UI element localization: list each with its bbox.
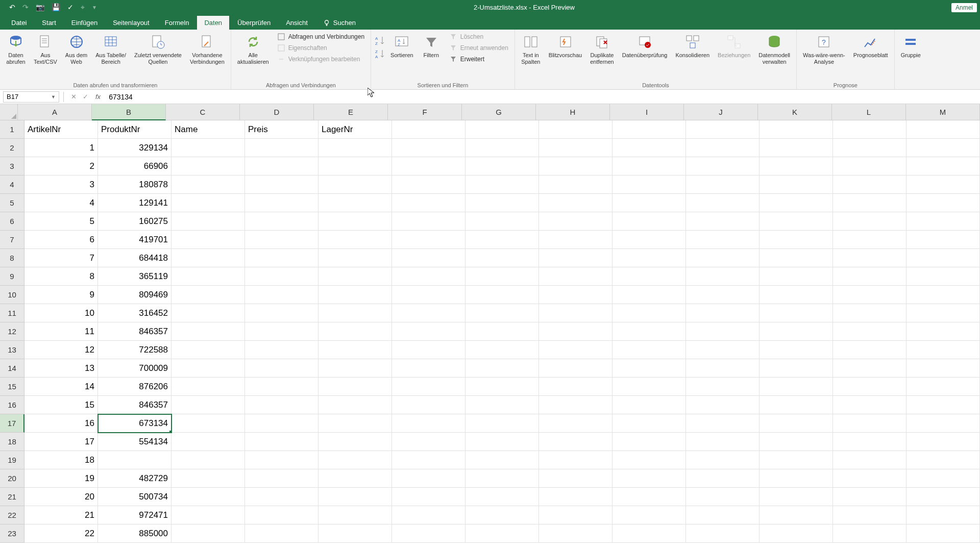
row-header[interactable]: 1 — [0, 120, 24, 139]
cell[interactable] — [906, 524, 980, 543]
cell[interactable] — [686, 304, 760, 322]
cell[interactable]: 160275 — [98, 212, 172, 231]
cell[interactable] — [760, 469, 833, 488]
cell[interactable] — [392, 506, 465, 524]
cell[interactable]: 11 — [24, 322, 98, 341]
cell[interactable] — [612, 322, 686, 341]
cell[interactable] — [98, 451, 172, 469]
cell[interactable] — [465, 231, 539, 249]
cell[interactable] — [318, 359, 392, 378]
cell[interactable] — [172, 139, 245, 157]
cell[interactable]: 22 — [24, 524, 98, 543]
cell[interactable] — [245, 506, 318, 524]
cell[interactable] — [245, 469, 318, 488]
cell[interactable] — [245, 341, 318, 359]
cell[interactable] — [686, 212, 760, 231]
cell[interactable] — [760, 359, 833, 378]
cell[interactable] — [833, 231, 906, 249]
cell[interactable] — [245, 359, 318, 378]
column-header[interactable]: F — [388, 104, 462, 120]
cell[interactable] — [172, 304, 245, 322]
cell[interactable] — [833, 157, 906, 176]
cell[interactable] — [539, 120, 612, 139]
cell[interactable] — [760, 267, 833, 286]
cell[interactable] — [833, 212, 906, 231]
cell[interactable] — [172, 322, 245, 341]
cell[interactable]: 16 — [24, 414, 98, 433]
cell[interactable] — [245, 378, 318, 396]
cell[interactable] — [465, 194, 539, 212]
cell[interactable] — [833, 396, 906, 414]
cell[interactable]: 4 — [24, 194, 98, 212]
row-header[interactable]: 4 — [0, 176, 24, 194]
column-header[interactable]: E — [314, 104, 388, 120]
cell[interactable] — [612, 488, 686, 506]
cell[interactable] — [245, 304, 318, 322]
cell[interactable]: 15 — [24, 396, 98, 414]
cell[interactable] — [906, 469, 980, 488]
cell[interactable] — [465, 286, 539, 304]
cell[interactable] — [318, 139, 392, 157]
chevron-down-icon[interactable]: ▼ — [51, 94, 56, 99]
cell[interactable] — [906, 157, 980, 176]
cell[interactable] — [760, 176, 833, 194]
cell[interactable] — [612, 176, 686, 194]
row-header[interactable]: 16 — [0, 396, 24, 414]
touch-icon[interactable]: ⌖ — [81, 3, 85, 12]
cell[interactable] — [760, 120, 833, 139]
tab-formeln[interactable]: Formeln — [158, 16, 197, 30]
datenmodell-button[interactable]: Datenmodell verwalten — [755, 32, 793, 67]
cell[interactable] — [318, 286, 392, 304]
cell[interactable]: ArtikelNr — [24, 120, 98, 139]
cell[interactable] — [686, 378, 760, 396]
cell[interactable] — [612, 451, 686, 469]
cell[interactable] — [906, 488, 980, 506]
cell[interactable] — [172, 414, 245, 433]
cell[interactable] — [465, 120, 539, 139]
cell[interactable] — [465, 249, 539, 267]
cell[interactable] — [465, 322, 539, 341]
cell[interactable] — [392, 120, 465, 139]
cell[interactable] — [172, 469, 245, 488]
cell[interactable] — [245, 249, 318, 267]
row-header[interactable]: 11 — [0, 304, 24, 322]
cell[interactable] — [245, 231, 318, 249]
cell[interactable] — [612, 139, 686, 157]
cell[interactable] — [539, 267, 612, 286]
was-waere-wenn-button[interactable]: ? Was-wäre-wenn- Analyse — [800, 32, 848, 67]
tab-seitenlayout[interactable]: Seitenlayout — [106, 16, 157, 30]
cell[interactable] — [906, 231, 980, 249]
erweitert-button[interactable]: Erweitert — [446, 54, 511, 64]
cell[interactable] — [465, 469, 539, 488]
cell[interactable] — [465, 157, 539, 176]
cell[interactable] — [612, 120, 686, 139]
cell[interactable] — [539, 249, 612, 267]
cell[interactable] — [245, 414, 318, 433]
cell[interactable] — [686, 396, 760, 414]
cell[interactable]: 684418 — [98, 249, 172, 267]
column-header[interactable]: B — [92, 104, 166, 120]
cell[interactable] — [612, 194, 686, 212]
cell[interactable] — [392, 304, 465, 322]
row-header[interactable]: 15 — [0, 378, 24, 396]
filtern-button[interactable]: Filtern — [419, 32, 444, 61]
cell[interactable]: 482729 — [98, 469, 172, 488]
cell[interactable] — [686, 267, 760, 286]
column-header[interactable]: M — [906, 104, 980, 120]
cell[interactable] — [539, 469, 612, 488]
cell[interactable] — [686, 286, 760, 304]
cell[interactable] — [539, 194, 612, 212]
cell[interactable] — [172, 176, 245, 194]
login-button[interactable]: Anmel — [951, 3, 977, 12]
cell[interactable] — [465, 212, 539, 231]
cell[interactable] — [760, 194, 833, 212]
cell[interactable] — [906, 396, 980, 414]
cell[interactable] — [465, 433, 539, 451]
cell[interactable] — [612, 433, 686, 451]
abfragen-verbindungen-button[interactable]: Abfragen und Verbindungen — [274, 32, 368, 42]
cell[interactable] — [906, 176, 980, 194]
cell[interactable] — [539, 488, 612, 506]
row-header[interactable]: 22 — [0, 506, 24, 524]
cell[interactable] — [612, 396, 686, 414]
undo-icon[interactable]: ↶ — [9, 3, 15, 11]
